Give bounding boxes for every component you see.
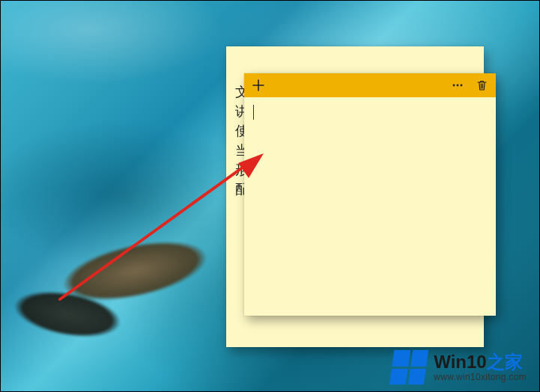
delete-note-button[interactable]	[473, 77, 490, 94]
watermark-brand: Win10之家	[434, 352, 527, 372]
watermark: Win10之家 www.win10xitong.com	[392, 350, 527, 385]
text-caret	[253, 105, 254, 120]
note-menu-button[interactable]	[449, 77, 466, 94]
new-note-button[interactable]	[250, 77, 267, 94]
windows-logo-icon	[389, 350, 428, 385]
sticky-note-editor[interactable]	[244, 97, 496, 316]
trash-icon	[476, 79, 488, 91]
svg-point-0	[453, 85, 455, 87]
watermark-url: www.win10xitong.com	[434, 373, 527, 382]
desktop-wallpaper: 文 讲 使 当 形 配	[0, 0, 540, 392]
svg-point-2	[461, 85, 463, 87]
sticky-note-toolbar	[244, 73, 496, 97]
ellipsis-icon	[452, 79, 464, 91]
plus-icon	[252, 79, 264, 91]
sticky-note-front[interactable]	[244, 73, 496, 316]
svg-point-1	[457, 85, 459, 87]
